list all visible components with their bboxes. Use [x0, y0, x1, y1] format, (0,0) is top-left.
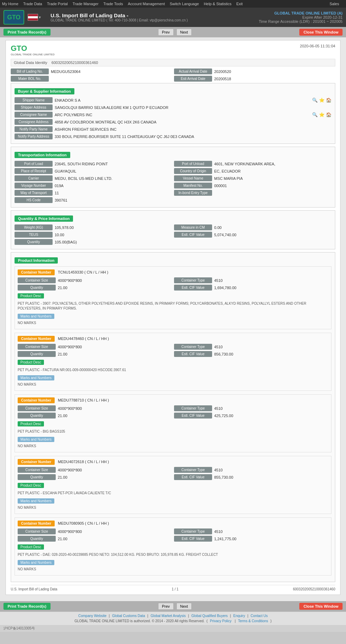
place-of-receipt-label: Place of Receipt — [15, 168, 53, 174]
print-button-top[interactable]: Print Trade Record(s) — [3, 29, 51, 36]
container-number-badge-0: Container Number — [18, 269, 55, 275]
site-footer-copyright: GLOBAL TRADE ONLINE LIMITED is authorize… — [3, 619, 343, 623]
container-qty-label-1: Quantity — [18, 351, 56, 357]
notify-party-address-value: 330 BOUL PIERRE-BOURSIER SUITE 11 CHATEA… — [55, 135, 331, 139]
product-desc-btn-4[interactable]: Product Desc — [18, 544, 44, 550]
consignee-address-row: Consignee Address 4858 AV COOLBROOK MONT… — [15, 119, 331, 125]
container-qty-value-0: 21.00 — [58, 286, 172, 290]
container-type-label-0: Container Type — [174, 277, 212, 283]
shipper-address-label: Shipper Address — [15, 104, 53, 110]
product-desc-btn-3[interactable]: Product Desc — [18, 483, 44, 488]
logo-area: GTO ▾ — [3, 10, 41, 25]
measure-cm-value: 0.00 — [214, 226, 331, 230]
hs-code-value: 390761 — [55, 198, 331, 202]
transportation-section: Transportation Information Port of Load … — [11, 147, 335, 208]
notify-party-name-row: Notify Party Name ASHRON FREIGHT SERVICE… — [15, 126, 331, 132]
header-bar: GTO ▾ U.S. Import Bill of Lading Data - … — [0, 8, 346, 27]
next-button-bottom[interactable]: Next — [176, 603, 192, 610]
home-icon-shipper[interactable]: 🏠 — [326, 98, 331, 103]
port-of-load-value: 23645, SOUTH RIDING POINT — [55, 162, 172, 166]
quantity-price-header: Quantity & Price Information — [15, 215, 73, 222]
nav-account-management[interactable]: Account Management — [128, 2, 165, 6]
master-bol-label: Mater BOL No. — [11, 76, 49, 82]
product-desc-btn-2[interactable]: Product Desc — [18, 421, 44, 426]
container-type-value-3: 4510 — [214, 468, 328, 472]
nav-sales: Sales — [329, 2, 339, 6]
container-size-value-4: 4000*900*800 — [58, 530, 172, 534]
marks-value-1: NO MARKS — [18, 383, 328, 386]
search-icon-shipper[interactable]: 🔍 — [312, 98, 318, 103]
marks-btn-4[interactable]: Marks and Numbers — [18, 560, 54, 565]
nav-help-statistics[interactable]: Help & Statistics — [204, 2, 231, 6]
star-icon-consignee[interactable]: ⭐ — [319, 112, 325, 117]
nav-switch-language[interactable]: Switch Language — [170, 2, 199, 6]
esti-arrival-label: Esti Arrival Date — [174, 76, 212, 82]
container-size-value-0: 4000*900*800 — [58, 278, 172, 283]
global-data-identity-value: 6003202005210000361460 — [52, 61, 98, 65]
container-block-3: Container Number MEDU4072618 ( CN / L / … — [15, 456, 331, 514]
country-of-origin-value: EC, ECUADOR — [214, 169, 331, 173]
prev-button-bottom[interactable]: Prev — [158, 603, 174, 610]
container-cif-label-2: Estl. CIF Value — [174, 413, 212, 418]
close-button-top[interactable]: Close This Window — [299, 29, 343, 36]
transport-row: Way of Transport 11 In-bond Entry Type — [15, 190, 331, 196]
nav-trade-portal[interactable]: Trade Portal — [47, 2, 68, 6]
marks-btn-1[interactable]: Marks and Numbers — [18, 375, 54, 380]
nav-trade-tools[interactable]: Trade Tools — [103, 2, 123, 6]
footer-link-contact[interactable]: Contact Us — [251, 614, 267, 618]
search-icon-consignee[interactable]: 🔍 — [312, 112, 318, 117]
container-type-label-1: Container Type — [174, 344, 212, 350]
main-content: GTO GLOBAL TRADE ONLINE LIMITED 2020-06-… — [0, 37, 346, 601]
voyage-number-label: Voyage Number — [15, 183, 53, 188]
container-type-value-4: 4510 — [214, 530, 328, 534]
container-type-value-0: 4510 — [214, 278, 328, 283]
footer-link-buyers[interactable]: Global Qualified Buyers — [191, 614, 228, 618]
port-load-row: Port of Load 23645, SOUTH RIDING POINT P… — [15, 161, 331, 167]
marks-btn-3[interactable]: Marks and Numbers — [18, 498, 54, 504]
home-icon-consignee[interactable]: 🏠 — [326, 112, 331, 117]
nav-my-home[interactable]: My Home — [2, 2, 18, 6]
product-desc-btn-0[interactable]: Product Desc — [18, 293, 44, 298]
port-of-unload-value: 4601, NEW YORK/NEWARK AREA, — [214, 162, 331, 166]
star-icon-shipper[interactable]: ⭐ — [319, 98, 325, 103]
container-cif-value-0: 1,694,780.00 — [214, 286, 328, 290]
close-button-bottom[interactable]: Close This Window — [299, 603, 343, 610]
carrier-value: MEDU, BCSL US-MED LINE LTD. — [55, 176, 172, 181]
footer-terms[interactable]: Terms & Conditions — [238, 619, 268, 623]
vessel-name-label: Vessel Name — [174, 175, 212, 181]
footer-link-customs[interactable]: Global Customs Data — [112, 614, 145, 618]
site-footer: Company Website | Global Customs Data | … — [0, 611, 346, 625]
footer-privacy[interactable]: Privacy Policy — [210, 619, 231, 623]
container-number-value-1: MEDU4478460 ( CN / L / HH ) — [58, 337, 109, 341]
way-of-transport-label: Way of Transport — [15, 190, 53, 196]
next-button-top[interactable]: Next — [176, 29, 192, 36]
icp-bar: 沪ICP备14013305号 — [0, 625, 346, 632]
consignee-name-label: Consignee Name — [15, 112, 53, 118]
footer-link-market[interactable]: Global Market Analysis — [151, 614, 186, 618]
actual-arrival-label: Actual Arrival Date — [174, 68, 212, 74]
flag-area[interactable]: ▾ — [28, 14, 41, 21]
product-information-header: Product Information — [15, 257, 58, 264]
consignee-address-value: 4858 AV COOLBROOK MONTREAL QC H3X 2K6 CA… — [55, 120, 331, 124]
product-desc-text-0: PET PLASTIC - 3907: POLYACETALS, OTHER P… — [18, 301, 328, 311]
prev-button-top[interactable]: Prev — [158, 29, 174, 36]
doc-logo: GTO — [11, 44, 55, 53]
marks-btn-2[interactable]: Marks and Numbers — [18, 437, 54, 442]
nav-exit[interactable]: Exit — [236, 2, 243, 6]
top-action-bar: Print Trade Record(s) Prev Next Close Th… — [0, 27, 346, 37]
nav-trade-manager[interactable]: Trade Manager — [73, 2, 99, 6]
marks-value-3: NO MARKS — [18, 506, 328, 509]
print-button-bottom[interactable]: Print Trade Record(s) — [3, 603, 51, 610]
container-qty-label-3: Quantity — [18, 474, 56, 480]
doc-footer: U.S. Import Bill of Lading Data 1 / 1 60… — [11, 585, 335, 591]
shipper-icons: 🔍 ⭐ 🏠 — [312, 98, 331, 103]
footer-link-enquiry[interactable]: Enquiry — [233, 614, 245, 618]
document-card: GTO GLOBAL TRADE ONLINE LIMITED 2020-06-… — [6, 40, 340, 595]
marks-btn-0[interactable]: Marks and Numbers — [18, 314, 54, 319]
footer-link-company[interactable]: Company Website — [78, 614, 107, 618]
container-qty-label-4: Quantity — [18, 536, 56, 542]
product-desc-text-1: PET PLASTIC - FACTURA NR:001-009-0000004… — [18, 368, 328, 372]
product-desc-btn-1[interactable]: Product Desc — [18, 360, 44, 365]
nav-trade-data[interactable]: Trade Data — [23, 2, 42, 6]
way-of-transport-value: 11 — [55, 191, 172, 195]
